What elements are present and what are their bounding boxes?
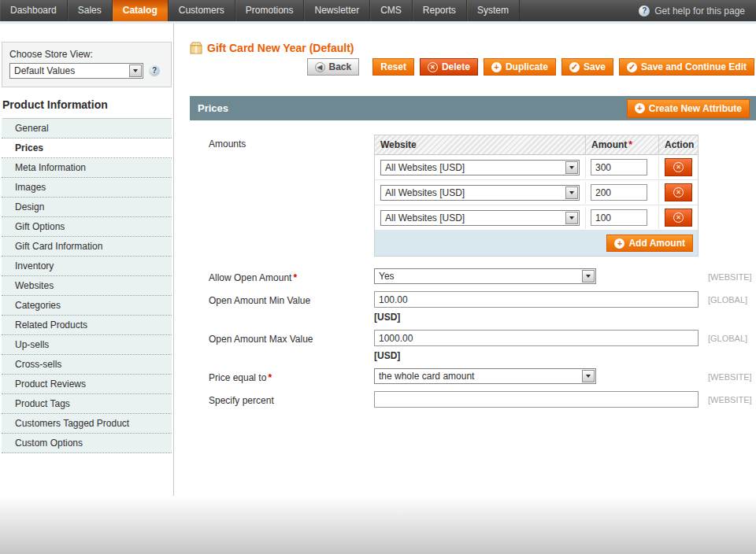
amount-input[interactable] bbox=[591, 159, 647, 175]
save-button[interactable]: ✓ Save bbox=[561, 58, 613, 76]
nav-tab-promotions[interactable]: Promotions bbox=[235, 0, 305, 21]
duplicate-button-label: Duplicate bbox=[506, 61, 548, 72]
delete-x-icon: ✕ bbox=[673, 187, 684, 198]
open-amount-max-label: Open Amount Max Value bbox=[209, 330, 374, 345]
nav-tab-system[interactable]: System bbox=[467, 0, 520, 21]
sidebar-item-cross-sells[interactable]: Cross-sells bbox=[2, 355, 172, 375]
delete-x-icon: ✕ bbox=[673, 162, 684, 172]
nav-tab-newsletter[interactable]: Newsletter bbox=[304, 0, 370, 21]
sidebar-item-meta-information[interactable]: Meta Information bbox=[2, 158, 172, 178]
add-amount-label: Add Amount bbox=[628, 238, 685, 249]
page-title-text: Gift Card New Year (Default) bbox=[207, 42, 354, 54]
check-icon: ✓ bbox=[569, 62, 580, 72]
website-select-value: All Websites [USD] bbox=[381, 161, 579, 175]
nav-tab-sales[interactable]: Sales bbox=[68, 0, 113, 21]
sidebar-item-prices[interactable]: Prices bbox=[2, 138, 172, 158]
store-view-select[interactable]: Default Values bbox=[9, 63, 143, 79]
price-equal-to-label: Price equal to* bbox=[209, 368, 374, 383]
website-select[interactable]: All Websites [USD] bbox=[380, 185, 580, 201]
open-amount-max-row: Open Amount Max Value [USD] [GLOBAL] bbox=[209, 330, 756, 361]
sidebar-item-product-reviews[interactable]: Product Reviews bbox=[2, 375, 172, 394]
sidebar-item-up-sells[interactable]: Up-sells bbox=[2, 335, 172, 355]
delete-amount-button[interactable]: ✕ bbox=[665, 183, 692, 201]
sidebar-item-customers-tagged-product[interactable]: Customers Tagged Product bbox=[2, 414, 172, 434]
specify-percent-row: Specify percent [WEBSITE] bbox=[209, 391, 756, 408]
website-select[interactable]: All Websites [USD] bbox=[380, 160, 580, 175]
save-button-label: Save bbox=[584, 61, 606, 72]
save-continue-button-label: Save and Continue Edit bbox=[641, 61, 747, 72]
scope-badge: [WEBSITE] bbox=[708, 391, 752, 404]
add-amount-button[interactable]: + Add Amount bbox=[606, 235, 693, 252]
delete-x-icon: ✕ bbox=[428, 62, 438, 72]
help-icon: ? bbox=[639, 6, 650, 17]
open-amount-max-input[interactable] bbox=[374, 330, 699, 346]
nav-tab-dashboard[interactable]: Dashboard bbox=[0, 0, 68, 21]
open-amount-min-label: Open Amount Min Value bbox=[209, 291, 374, 306]
required-marker: * bbox=[268, 372, 272, 383]
product-info-menu: General Prices Meta Information Images D… bbox=[2, 119, 172, 453]
page-title: Gift Card New Year (Default) bbox=[190, 42, 756, 54]
sidebar-item-inventory[interactable]: Inventory bbox=[2, 257, 172, 276]
main-content: Gift Card New Year (Default) ◀ Back Rese… bbox=[174, 24, 756, 496]
price-equal-to-select[interactable]: the whole card amount bbox=[374, 368, 596, 384]
specify-percent-input[interactable] bbox=[374, 391, 699, 408]
scope-badge: [WEBSITE] bbox=[708, 268, 752, 282]
delete-amount-button[interactable]: ✕ bbox=[665, 158, 692, 176]
website-select-value: All Websites [USD] bbox=[381, 211, 579, 225]
check-icon: ✓ bbox=[627, 62, 637, 72]
plus-icon: + bbox=[614, 238, 624, 249]
chevron-down-icon bbox=[565, 212, 578, 224]
create-new-attribute-button[interactable]: + Create New Attribute bbox=[627, 99, 750, 118]
sidebar-item-custom-options[interactable]: Custom Options bbox=[2, 434, 172, 453]
sidebar-item-related-products[interactable]: Related Products bbox=[2, 316, 172, 335]
sidebar-item-images[interactable]: Images bbox=[2, 178, 172, 198]
sidebar-item-websites[interactable]: Websites bbox=[2, 276, 172, 296]
column-header-action: Action bbox=[659, 135, 698, 154]
currency-note: [USD] bbox=[374, 350, 699, 361]
get-help-label: Get help for this page bbox=[654, 6, 745, 17]
required-marker: * bbox=[293, 272, 297, 283]
amount-input[interactable] bbox=[591, 209, 647, 226]
store-view-value: Default Values bbox=[10, 64, 143, 78]
sidebar-item-gift-options[interactable]: Gift Options bbox=[2, 217, 172, 237]
allow-open-amount-select[interactable]: Yes bbox=[374, 268, 596, 284]
sidebar-item-general[interactable]: General bbox=[2, 119, 172, 138]
delete-button[interactable]: ✕ Delete bbox=[420, 58, 478, 76]
get-help-link[interactable]: ? Get help for this page bbox=[639, 0, 756, 21]
nav-tab-cms[interactable]: CMS bbox=[370, 0, 413, 21]
duplicate-button[interactable]: + Duplicate bbox=[484, 58, 556, 76]
back-button[interactable]: ◀ Back bbox=[307, 58, 360, 76]
plus-icon: + bbox=[635, 103, 645, 113]
scope-badge: [GLOBAL] bbox=[708, 291, 747, 305]
website-select[interactable]: All Websites [USD] bbox=[380, 210, 580, 226]
allow-open-amount-row: Allow Open Amount* Yes [WEBSITE] bbox=[209, 268, 756, 284]
plus-icon: + bbox=[491, 62, 502, 72]
amount-table-row: All Websites [USD] ✕ bbox=[375, 180, 698, 205]
sidebar-item-categories[interactable]: Categories bbox=[2, 296, 172, 316]
amount-input[interactable] bbox=[591, 184, 647, 201]
nav-tab-catalog[interactable]: Catalog bbox=[113, 0, 169, 21]
save-continue-button[interactable]: ✓ Save and Continue Edit bbox=[619, 58, 754, 76]
column-header-amount: Amount* bbox=[586, 135, 659, 154]
panel-title: Prices bbox=[198, 102, 228, 114]
sidebar-item-product-tags[interactable]: Product Tags bbox=[2, 394, 172, 414]
reset-button[interactable]: Reset bbox=[372, 58, 414, 76]
amounts-label: Amounts bbox=[209, 135, 374, 150]
store-view-help-icon[interactable]: ? bbox=[149, 65, 160, 76]
open-amount-min-input[interactable] bbox=[374, 291, 699, 308]
nav-tab-customers[interactable]: Customers bbox=[169, 0, 235, 21]
delete-amount-button[interactable]: ✕ bbox=[665, 209, 692, 227]
prices-panel: Prices + Create New Attribute Amounts We… bbox=[190, 96, 756, 446]
chevron-down-icon bbox=[565, 161, 578, 174]
action-buttons: ◀ Back Reset ✕ Delete + Duplicate ✓ Save… bbox=[190, 58, 756, 76]
amounts-table-header: Website Amount* Action bbox=[375, 135, 698, 155]
chevron-down-icon bbox=[582, 270, 595, 283]
sidebar-item-gift-card-information[interactable]: Gift Card Information bbox=[2, 237, 172, 257]
back-button-label: Back bbox=[329, 61, 352, 72]
prices-panel-header: Prices + Create New Attribute bbox=[190, 96, 756, 120]
price-equal-to-row: Price equal to* the whole card amount [W… bbox=[209, 368, 756, 384]
specify-percent-label: Specify percent bbox=[209, 391, 374, 406]
sidebar-item-design[interactable]: Design bbox=[2, 198, 172, 217]
amounts-table: Website Amount* Action All Websites [USD… bbox=[374, 135, 699, 257]
nav-tab-reports[interactable]: Reports bbox=[413, 0, 467, 21]
